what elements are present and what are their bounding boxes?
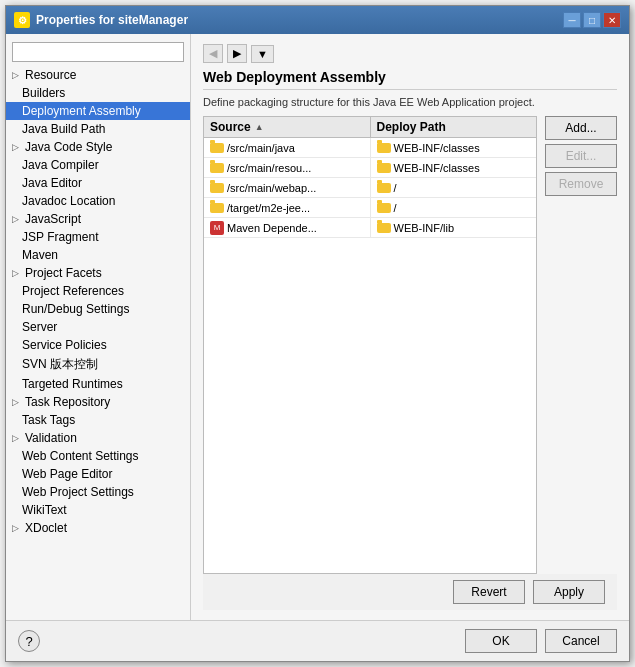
- sidebar-item-label: Java Code Style: [25, 140, 112, 154]
- sidebar-item-service-policies[interactable]: Service Policies: [6, 336, 190, 354]
- table-row[interactable]: /src/main/java WEB-INF/classes: [204, 138, 536, 158]
- search-input[interactable]: [12, 42, 184, 62]
- sidebar-item-label: Java Build Path: [22, 122, 105, 136]
- table-row[interactable]: /src/main/webap... /: [204, 178, 536, 198]
- deployment-table: Source ▲ Deploy Path /src/: [203, 116, 537, 574]
- sidebar-item-label: Web Page Editor: [22, 467, 113, 481]
- table-body: /src/main/java WEB-INF/classes /src: [204, 138, 536, 573]
- source-label: Source: [210, 120, 251, 134]
- deploy-value: WEB-INF/classes: [394, 142, 480, 154]
- revert-apply-bar: Revert Apply: [203, 574, 617, 610]
- sidebar-item-server[interactable]: Server: [6, 318, 190, 336]
- sidebar-item-label: Server: [22, 320, 57, 334]
- source-value: /src/main/java: [227, 142, 295, 154]
- bottom-left: ?: [18, 629, 457, 653]
- deploy-value: /: [394, 202, 397, 214]
- deploy-cell: /: [371, 178, 537, 197]
- sidebar-item-deployment-assembly[interactable]: Deployment Assembly: [6, 102, 190, 120]
- sidebar-item-label: Java Editor: [22, 176, 82, 190]
- table-row[interactable]: M Maven Depende... WEB-INF/lib: [204, 218, 536, 238]
- sidebar-item-java-build-path[interactable]: Java Build Path: [6, 120, 190, 138]
- sidebar-item-task-repository[interactable]: ▷ Task Repository: [6, 393, 190, 411]
- window-title: Properties for siteManager: [36, 13, 188, 27]
- source-cell: /src/main/java: [204, 138, 371, 157]
- sidebar-item-validation[interactable]: ▷ Validation: [6, 429, 190, 447]
- deploy-cell: WEB-INF/lib: [371, 218, 537, 237]
- sidebar-item-run-debug-settings[interactable]: Run/Debug Settings: [6, 300, 190, 318]
- sidebar-item-label: SVN 版本控制: [22, 356, 98, 373]
- sidebar-item-javascript[interactable]: ▷ JavaScript: [6, 210, 190, 228]
- sidebar-item-web-content-settings[interactable]: Web Content Settings: [6, 447, 190, 465]
- sidebar-item-label: Resource: [25, 68, 76, 82]
- sidebar-item-label: WikiText: [22, 503, 67, 517]
- sidebar-item-label: Web Content Settings: [22, 449, 139, 463]
- add-button[interactable]: Add...: [545, 116, 617, 140]
- sidebar-item-label: Web Project Settings: [22, 485, 134, 499]
- maximize-button[interactable]: □: [583, 12, 601, 28]
- revert-button[interactable]: Revert: [453, 580, 525, 604]
- back-button[interactable]: ◀: [203, 44, 223, 63]
- source-column-header[interactable]: Source ▲: [204, 117, 371, 137]
- ok-button[interactable]: OK: [465, 629, 537, 653]
- deploy-cell: WEB-INF/classes: [371, 138, 537, 157]
- sidebar-item-builders[interactable]: Builders: [6, 84, 190, 102]
- sidebar-item-project-references[interactable]: Project References: [6, 282, 190, 300]
- sidebar-item-java-editor[interactable]: Java Editor: [6, 174, 190, 192]
- source-value: Maven Depende...: [227, 222, 317, 234]
- sidebar-item-label: JavaScript: [25, 212, 81, 226]
- title-bar-controls: ─ □ ✕: [563, 12, 621, 28]
- sidebar-item-web-page-editor[interactable]: Web Page Editor: [6, 465, 190, 483]
- cancel-button[interactable]: Cancel: [545, 629, 617, 653]
- folder-icon: [210, 163, 224, 173]
- sidebar-item-targeted-runtimes[interactable]: Targeted Runtimes: [6, 375, 190, 393]
- close-button[interactable]: ✕: [603, 12, 621, 28]
- apply-button[interactable]: Apply: [533, 580, 605, 604]
- main-panel: ◀ ▶ ▼ Web Deployment Assembly Define pac…: [191, 34, 629, 620]
- sidebar-item-label: Targeted Runtimes: [22, 377, 123, 391]
- sidebar-item-label: Task Repository: [25, 395, 110, 409]
- sidebar-item-java-compiler[interactable]: Java Compiler: [6, 156, 190, 174]
- nav-bar: ◀ ▶ ▼: [203, 44, 617, 63]
- help-button[interactable]: ?: [18, 630, 40, 652]
- arrow-icon: ▷: [12, 523, 19, 533]
- sidebar-item-label: Deployment Assembly: [22, 104, 141, 118]
- deploy-path-label: Deploy Path: [377, 120, 446, 134]
- arrow-icon: ▷: [12, 142, 19, 152]
- deploy-cell: /: [371, 198, 537, 217]
- deploy-cell: WEB-INF/classes: [371, 158, 537, 177]
- sort-arrow-icon: ▲: [255, 122, 264, 132]
- source-cell: M Maven Depende...: [204, 218, 371, 237]
- sidebar-item-label: Run/Debug Settings: [22, 302, 129, 316]
- description: Define packaging structure for this Java…: [203, 96, 617, 108]
- sidebar-item-svn[interactable]: SVN 版本控制: [6, 354, 190, 375]
- arrow-icon: ▷: [12, 397, 19, 407]
- app-icon: ⚙: [14, 12, 30, 28]
- table-row[interactable]: /target/m2e-jee... /: [204, 198, 536, 218]
- sidebar-item-jsp-fragment[interactable]: JSP Fragment: [6, 228, 190, 246]
- forward-button[interactable]: ▶: [227, 44, 247, 63]
- minimize-button[interactable]: ─: [563, 12, 581, 28]
- sidebar-item-xdoclet[interactable]: ▷ XDoclet: [6, 519, 190, 537]
- deploy-value: WEB-INF/lib: [394, 222, 455, 234]
- edit-button[interactable]: Edit...: [545, 144, 617, 168]
- sidebar-item-java-code-style[interactable]: ▷ Java Code Style: [6, 138, 190, 156]
- sidebar-item-maven[interactable]: Maven: [6, 246, 190, 264]
- folder-icon: [377, 183, 391, 193]
- deploy-path-column-header[interactable]: Deploy Path: [371, 117, 537, 137]
- dialog: ⚙ Properties for siteManager ─ □ ✕ ▷ Res…: [5, 5, 630, 662]
- sidebar-item-label: Task Tags: [22, 413, 75, 427]
- sidebar-item-wikitext[interactable]: WikiText: [6, 501, 190, 519]
- folder-icon: [210, 143, 224, 153]
- sidebar-item-javadoc-location[interactable]: Javadoc Location: [6, 192, 190, 210]
- sidebar-item-resource[interactable]: ▷ Resource: [6, 66, 190, 84]
- remove-button[interactable]: Remove: [545, 172, 617, 196]
- table-row[interactable]: /src/main/resou... WEB-INF/classes: [204, 158, 536, 178]
- arrow-icon: ▷: [12, 70, 19, 80]
- sidebar-item-task-tags[interactable]: Task Tags: [6, 411, 190, 429]
- arrow-icon: ▷: [12, 268, 19, 278]
- bottom-bar: ? OK Cancel: [6, 620, 629, 661]
- sidebar-item-project-facets[interactable]: ▷ Project Facets: [6, 264, 190, 282]
- title-bar-left: ⚙ Properties for siteManager: [14, 12, 188, 28]
- sidebar-item-web-project-settings[interactable]: Web Project Settings: [6, 483, 190, 501]
- dropdown-button[interactable]: ▼: [251, 45, 274, 63]
